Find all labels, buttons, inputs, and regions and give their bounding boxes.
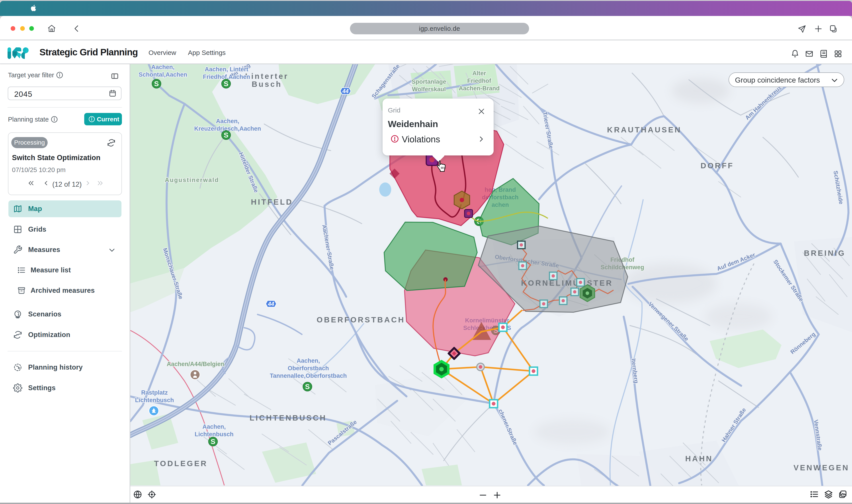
svg-text:Augustinerwald: Augustinerwald [165,177,219,183]
svg-text:LICHTENBUSCH: LICHTENBUSCH [249,413,327,422]
svg-text:44: 44 [342,88,349,94]
svg-text:S: S [211,437,215,446]
svg-text:Rastplatz: Rastplatz [141,389,168,396]
svg-text:44: 44 [268,301,274,307]
svg-text:Aachen-Brand: Aachen-Brand [459,85,500,92]
svg-text:HAHN: HAHN [685,454,713,463]
svg-text:OBERFORSTBACH: OBERFORSTBACH [317,315,405,324]
svg-text:DORFF: DORFF [701,161,734,170]
svg-text:S: S [305,383,310,391]
svg-text:Aachen/A44/Belgien: Aachen/A44/Belgien [167,361,224,367]
svg-text:BREINIG: BREINIG [804,249,846,257]
svg-text:Alter: Alter [472,70,486,77]
svg-text:Lichtenbusch: Lichtenbusch [135,397,174,403]
svg-text:Wolferskaul: Wolferskaul [412,86,446,93]
svg-text:Sportanlage: Sportanlage [412,78,446,85]
svg-text:Oberforstbach: Oberforstbach [288,365,329,372]
svg-text:TODLEGER: TODLEGER [154,459,208,468]
svg-text:Aachen,: Aachen, [151,64,174,70]
svg-text:VENWEGEN: VENWEGEN [794,463,849,472]
svg-text:KORNELIMÜNSTER: KORNELIMÜNSTER [521,278,613,287]
svg-text:Schöntal,Aachen: Schöntal,Aachen [139,71,187,78]
svg-text:Aachen, Lintert: Aachen, Lintert [205,66,248,73]
svg-text:S: S [224,131,228,139]
svg-text:T: T [152,410,154,413]
svg-text:Aachen,: Aachen, [216,118,239,124]
svg-text:Tannenallee,Oberforstbach: Tannenallee,Oberforstbach [270,373,347,379]
svg-text:Friedhof: Friedhof [467,77,491,84]
svg-text:Aachen,: Aachen, [202,424,226,430]
svg-text:S: S [154,80,159,88]
svg-text:KRAUTHAUSEN: KRAUTHAUSEN [607,125,681,134]
svg-text:S: S [224,80,228,88]
svg-text:Lichtenbusch: Lichtenbusch [195,431,233,437]
svg-text:Linterter: Linterter [245,72,289,80]
svg-text:HITFELD: HITFELD [251,198,293,206]
svg-text:Aachen,: Aachen, [297,357,320,364]
svg-text:Busch: Busch [252,80,282,88]
